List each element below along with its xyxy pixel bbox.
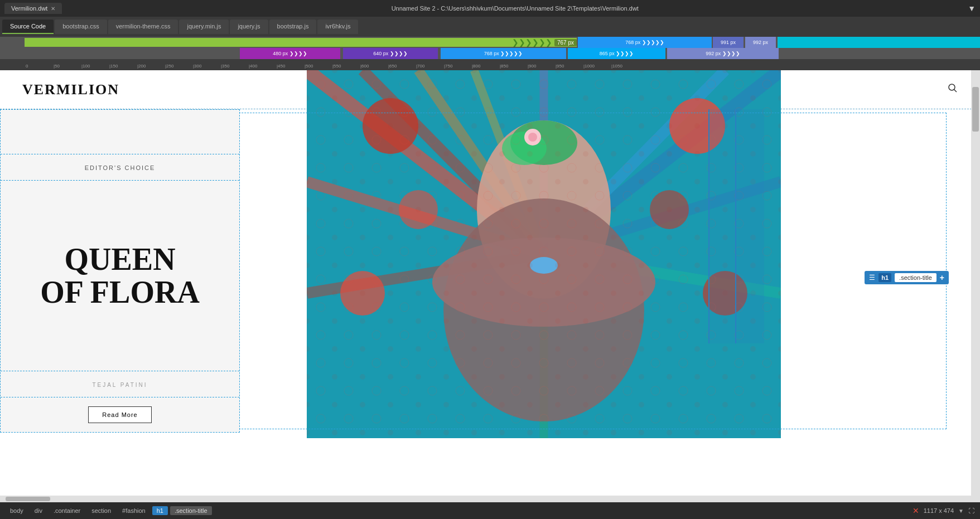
status-right: ✕ 1117 x 474 ▼ ⛶ bbox=[913, 506, 974, 515]
bp-rest-top bbox=[778, 37, 980, 48]
hero-image-container bbox=[307, 70, 781, 438]
editors-choice-bar: EDITOR'S CHOICE bbox=[1, 154, 239, 181]
ruler: 0 |50 |100 |150 |200 |250 |300 |350 |400… bbox=[0, 59, 980, 70]
ruler-550: |550 bbox=[332, 64, 341, 69]
ruler-1050: |1050 bbox=[611, 64, 622, 69]
h-scrollbar-thumb[interactable] bbox=[6, 497, 50, 501]
tab-bar: Source Code bootstrap.css vermilion-them… bbox=[0, 17, 980, 37]
site-logo: VERMILION bbox=[22, 81, 119, 98]
hero-text-panel: EDITOR'S CHOICE QUEEN OF FLORA TEJAL PAT… bbox=[0, 109, 240, 433]
bp-992-row2: 992 px ❯❯❯❯ bbox=[667, 48, 779, 59]
green-bar: ❯❯❯❯❯❯ 767 px bbox=[25, 38, 577, 47]
crumb-h1[interactable]: h1 bbox=[152, 506, 168, 515]
ruler-750: |750 bbox=[444, 64, 452, 69]
selection-col-left bbox=[708, 109, 736, 343]
title-bar: Vermilion.dwt ✕ Unnamed Site 2 - C:\User… bbox=[0, 0, 980, 17]
ruler-800: |800 bbox=[472, 64, 480, 69]
selector-menu-icon[interactable]: ☰ bbox=[869, 274, 875, 282]
bottom-scrollbar[interactable] bbox=[0, 496, 971, 502]
ruler-300: |300 bbox=[193, 64, 201, 69]
selection-col-right bbox=[736, 109, 764, 343]
ruler-100: |100 bbox=[81, 64, 90, 69]
element-selector-popup[interactable]: ☰ h1 .section-title + bbox=[865, 271, 949, 284]
file-path: Unnamed Site 2 - C:\Users\shhivkum\Docum… bbox=[62, 5, 968, 12]
ruler-350: |350 bbox=[221, 64, 229, 69]
breakpoint-row2: 480 px ❯❯❯❯ 640 px ❯❯❯❯ 768 px ❯❯❯❯❯ 865… bbox=[0, 48, 980, 59]
ruler-600: |600 bbox=[360, 64, 369, 69]
ruler-900: |900 bbox=[528, 64, 536, 69]
ruler-400: |400 bbox=[249, 64, 257, 69]
ruler-1000: |1000 bbox=[583, 64, 595, 69]
filter-icon[interactable]: ▼ bbox=[968, 4, 976, 13]
ruler-950: |950 bbox=[556, 64, 564, 69]
crumb-fashion[interactable]: #fashion bbox=[118, 506, 150, 515]
error-icon: ✕ bbox=[913, 506, 919, 515]
bp-992-top: 992 px bbox=[745, 37, 776, 48]
ruler-650: |650 bbox=[388, 64, 397, 69]
bp-768-top: 768 px ❯❯❯❯❯ bbox=[578, 37, 712, 48]
hero-section: EDITOR'S CHOICE QUEEN OF FLORA TEJAL PAT… bbox=[0, 109, 980, 433]
right-scrollbar[interactable] bbox=[971, 70, 980, 502]
ruler-850: |850 bbox=[500, 64, 508, 69]
crumb-container[interactable]: .container bbox=[49, 506, 85, 515]
bp-640: 640 px ❯❯❯❯ bbox=[343, 48, 438, 59]
read-more-area: Read More bbox=[1, 397, 239, 432]
search-button[interactable] bbox=[948, 83, 958, 96]
selector-class-name: .section-title bbox=[895, 273, 936, 282]
editors-choice-label: EDITOR'S CHOICE bbox=[85, 164, 156, 171]
bp-865: 865 px ❯❯❯❯ bbox=[568, 48, 665, 59]
crumb-body[interactable]: body bbox=[6, 506, 28, 515]
main-work-area: VERMILION FASHION TRAVEL ART FOOD CONTAC… bbox=[0, 70, 980, 502]
breakpoint-767-label: 767 px bbox=[554, 39, 577, 46]
chevron-pattern: ❯❯❯❯❯❯ bbox=[512, 38, 552, 47]
svg-line-18 bbox=[954, 90, 957, 93]
selector-h1-tag: h1 bbox=[878, 273, 891, 282]
breadcrumb: body div .container section #fashion h1 … bbox=[6, 506, 909, 515]
hero-top-spacer bbox=[1, 110, 239, 154]
hero-title: QUEEN OF FLORA bbox=[40, 243, 200, 309]
preview-area: VERMILION FASHION TRAVEL ART FOOD CONTAC… bbox=[0, 70, 980, 502]
tab-filename: Vermilion.dwt bbox=[11, 5, 47, 12]
hero-title-area[interactable]: QUEEN OF FLORA bbox=[1, 181, 239, 371]
crumb-section[interactable]: section bbox=[87, 506, 115, 515]
bp-991-top: 991 px bbox=[713, 37, 744, 48]
hero-author-label: TEJAL PATINI bbox=[92, 382, 147, 388]
bp-480: 480 px ❯❯❯❯ bbox=[240, 48, 340, 59]
ruler-150: |150 bbox=[109, 64, 118, 69]
crumb-section-title[interactable]: .section-title bbox=[170, 506, 212, 515]
ruler-200: |200 bbox=[137, 64, 146, 69]
tab-jquery[interactable]: jquery.js bbox=[230, 20, 268, 34]
crumb-div[interactable]: div bbox=[30, 506, 47, 515]
scrollbar-thumb[interactable] bbox=[972, 87, 979, 132]
expand-icon[interactable]: ⛶ bbox=[968, 507, 974, 514]
tab-vermilion-theme[interactable]: vermilion-theme.css bbox=[108, 20, 178, 34]
dimensions-dropdown[interactable]: ▼ bbox=[958, 508, 964, 514]
file-tab[interactable]: Vermilion.dwt ✕ bbox=[4, 3, 62, 14]
read-more-button[interactable]: Read More bbox=[88, 406, 151, 423]
ruler-250: |250 bbox=[165, 64, 173, 69]
dimensions-label: 1117 x 474 bbox=[924, 507, 954, 514]
svg-point-17 bbox=[949, 84, 955, 90]
tab-ivr6hkv[interactable]: ivr6hkv.js bbox=[317, 20, 358, 34]
tab-bootstrap-css[interactable]: bootstrap.css bbox=[55, 20, 107, 34]
progress-bar-row: ❯❯❯❯❯❯ 767 px 768 px ❯❯❯❯❯ 991 px 992 px bbox=[0, 37, 980, 48]
status-bar: body div .container section #fashion h1 … bbox=[0, 502, 980, 519]
ruler-450: |450 bbox=[277, 64, 285, 69]
ruler-0: 0 bbox=[26, 64, 28, 69]
tab-bootstrap-js[interactable]: bootstrap.js bbox=[269, 20, 317, 34]
close-tab-button[interactable]: ✕ bbox=[51, 6, 55, 12]
hero-author-bar: TEJAL PATINI bbox=[1, 371, 239, 397]
ruler-50: |50 bbox=[54, 64, 60, 69]
ruler-700: |700 bbox=[416, 64, 424, 69]
selector-plus-button[interactable]: + bbox=[940, 273, 944, 282]
bp-768-row2: 768 px ❯❯❯❯❯ bbox=[441, 48, 566, 59]
ruler-500: |500 bbox=[305, 64, 313, 69]
tab-source-code[interactable]: Source Code bbox=[2, 20, 54, 34]
tab-jquery-min[interactable]: jquery.min.js bbox=[179, 20, 229, 34]
